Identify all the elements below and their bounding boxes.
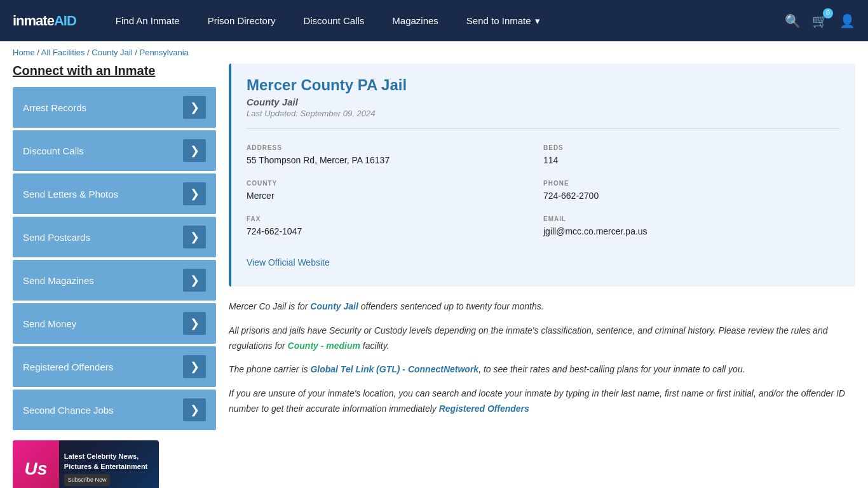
sidebar-item-second-chance-jobs[interactable]: Second Chance Jobs ❯ [13,390,216,430]
ad-subscribe-button[interactable]: Subscribe Now [64,474,111,486]
desc-para3-post: , to see their rates and best-calling pl… [478,364,745,374]
user-icon[interactable]: 👤 [839,13,855,29]
detail-phone: PHONE 724-662-2700 [543,173,840,209]
desc-para1-post: offenders sentenced up to twenty four mo… [358,301,544,311]
address-label: ADDRESS [247,144,543,151]
nav-magazines[interactable]: Magazines [378,0,452,41]
dropdown-arrow-icon: ▾ [535,15,540,27]
sidebar-item-label: Registered Offenders [23,362,113,372]
navbar: inmateAID Find An Inmate Prison Director… [0,0,868,41]
breadcrumb-all-facilities[interactable]: All Facilities [41,48,85,57]
nav-discount-calls[interactable]: Discount Calls [289,0,378,41]
desc-para4-pre: If you are unsure of your inmate's locat… [229,388,845,414]
sidebar-arrow-icon: ❯ [183,312,206,335]
facility-description: Mercer Co Jail is for County Jail offend… [229,299,855,417]
beds-label: BEDS [543,144,840,151]
desc-para2: All prisons and jails have Security or C… [229,323,855,354]
sidebar-item-label: Second Chance Jobs [23,405,114,416]
sidebar-item-send-letters[interactable]: Send Letters & Photos ❯ [13,173,216,214]
desc-para4: If you are unsure of your inmate's locat… [229,386,855,417]
detail-fax: FAX 724-662-1047 [247,209,543,245]
breadcrumb-home[interactable]: Home [13,48,35,57]
sidebar-arrow-icon: ❯ [183,226,206,248]
county-value: Mercer [247,189,543,203]
sidebar-item-send-money[interactable]: Send Money ❯ [13,303,216,344]
email-label: EMAIL [543,215,840,222]
breadcrumb: Home / All Facilities / County Jail / Pe… [0,41,868,64]
navbar-icons: 🔍 🛒 0 👤 [785,13,855,29]
phone-value: 724-662-2700 [543,189,840,203]
detail-website: View Official Website [247,251,840,274]
nav-links: Find An Inmate Prison Directory Discount… [102,0,785,41]
search-icon[interactable]: 🔍 [785,13,801,29]
sidebar-item-send-postcards[interactable]: Send Postcards ❯ [13,217,216,257]
breadcrumb-pennsylvania[interactable]: Pennsylvania [139,48,188,57]
phone-label: PHONE [543,180,840,187]
website-link[interactable]: View Official Website [247,257,330,268]
main-container: Connect with an Inmate Arrest Records ❯ … [0,64,868,488]
facility-last-updated: Last Updated: September 09, 2024 [247,109,840,118]
logo[interactable]: inmateAID [13,13,76,29]
sidebar-arrow-icon: ❯ [183,139,206,162]
county-medium-link[interactable]: County - medium [288,341,360,351]
sidebar-item-label: Discount Calls [23,146,84,156]
sidebar-arrow-icon: ❯ [183,355,206,378]
desc-para2-post: facility. [360,341,390,351]
sidebar-menu: Arrest Records ❯ Discount Calls ❯ Send L… [13,87,216,430]
desc-para1: Mercer Co Jail is for County Jail offend… [229,299,855,315]
fax-label: FAX [247,215,543,222]
sidebar: Connect with an Inmate Arrest Records ❯ … [13,64,216,488]
sidebar-item-label: Arrest Records [23,102,86,113]
sidebar-arrow-icon: ❯ [183,398,206,421]
ad-brand: Us [13,440,59,488]
facility-card: Mercer County PA Jail County Jail Last U… [229,64,855,287]
email-value: jgill@mcc.co.mercer.pa.us [543,225,840,238]
sidebar-title: Connect with an Inmate [13,64,216,78]
sidebar-item-label: Send Money [23,318,76,329]
gtl-link[interactable]: Global Tel Link (GTL) - ConnectNetwork [310,364,478,374]
desc-para1-pre: Mercer Co Jail is for [229,301,310,311]
ad-content: Latest Celebrity News, Pictures & Entert… [59,447,159,488]
breadcrumb-county-jail[interactable]: County Jail [92,48,132,57]
desc-para3-pre: The phone carrier is [229,364,310,374]
sidebar-arrow-icon: ❯ [183,96,206,119]
facility-type: County Jail [247,97,840,107]
main-content: Mercer County PA Jail County Jail Last U… [229,64,855,488]
desc-para3: The phone carrier is Global Tel Link (GT… [229,362,855,377]
ad-title: Latest Celebrity News, Pictures & Entert… [64,452,154,471]
detail-county: COUNTY Mercer [247,173,543,209]
sidebar-item-arrest-records[interactable]: Arrest Records ❯ [13,87,216,128]
nav-prison-directory[interactable]: Prison Directory [194,0,290,41]
cart-badge: 0 [823,8,833,18]
sidebar-item-send-magazines[interactable]: Send Magazines ❯ [13,260,216,301]
sidebar-item-label: Send Magazines [23,275,94,286]
cart-icon[interactable]: 🛒 0 [812,13,828,29]
sidebar-ad[interactable]: Us Latest Celebrity News, Pictures & Ent… [13,440,159,488]
detail-beds: BEDS 114 [543,138,840,173]
registered-offenders-link[interactable]: Registered Offenders [439,403,529,414]
sidebar-item-label: Send Letters & Photos [23,189,118,200]
sidebar-item-label: Send Postcards [23,232,90,243]
detail-address: ADDRESS 55 Thompson Rd, Mercer, PA 16137 [247,138,543,173]
nav-send-to-inmate[interactable]: Send to Inmate ▾ [452,0,554,41]
beds-value: 114 [543,154,840,167]
facility-details: ADDRESS 55 Thompson Rd, Mercer, PA 16137… [247,128,840,274]
sidebar-arrow-icon: ❯ [183,182,206,205]
facility-name: Mercer County PA Jail [247,76,840,94]
sidebar-item-registered-offenders[interactable]: Registered Offenders ❯ [13,346,216,387]
county-jail-link[interactable]: County Jail [310,301,358,311]
address-value: 55 Thompson Rd, Mercer, PA 16137 [247,154,543,167]
detail-email: EMAIL jgill@mcc.co.mercer.pa.us [543,209,840,245]
county-label: COUNTY [247,180,543,187]
nav-find-inmate[interactable]: Find An Inmate [102,0,194,41]
logo-text: inmateAID [13,13,76,29]
sidebar-arrow-icon: ❯ [183,269,206,292]
sidebar-item-discount-calls[interactable]: Discount Calls ❯ [13,130,216,171]
fax-value: 724-662-1047 [247,225,543,238]
